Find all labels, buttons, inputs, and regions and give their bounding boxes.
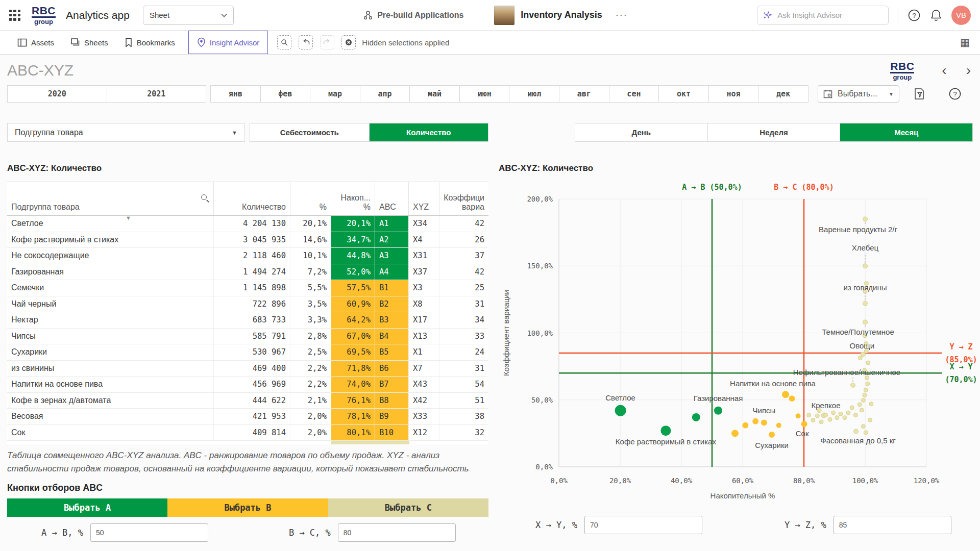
app-thumbnail[interactable]: [494, 6, 514, 25]
month-button-мар[interactable]: мар: [310, 86, 360, 102]
cell[interactable]: 683 733: [214, 312, 290, 328]
cell[interactable]: 2 118 460: [214, 248, 290, 264]
cell[interactable]: 20,1%: [331, 216, 375, 232]
user-avatar[interactable]: VB: [951, 6, 971, 25]
cell[interactable]: B10: [375, 425, 409, 441]
scatter-point-B[interactable]: [796, 413, 801, 418]
year-button-2021[interactable]: 2021: [107, 86, 206, 102]
cell[interactable]: 20,1%: [290, 216, 331, 232]
tab-bookmarks[interactable]: Bookmarks: [116, 31, 183, 54]
scatter-point-C[interactable]: [861, 424, 865, 429]
cell[interactable]: A1: [375, 216, 409, 232]
cell[interactable]: 42: [439, 216, 488, 232]
scatter-point-A[interactable]: [692, 413, 700, 421]
cell[interactable]: X43: [409, 377, 439, 392]
cell[interactable]: из свинины: [7, 361, 214, 377]
cell[interactable]: B2: [375, 296, 409, 312]
cell[interactable]: Чай черный: [7, 296, 214, 312]
cell[interactable]: 2,2%: [290, 377, 331, 392]
scatter-point-C[interactable]: [835, 416, 839, 420]
cell[interactable]: Чипсы: [7, 329, 214, 344]
cell[interactable]: Сухарики: [7, 344, 214, 360]
scatter-point-B[interactable]: [731, 430, 739, 437]
cell[interactable]: 80,1%: [331, 425, 375, 441]
cell[interactable]: B7: [375, 377, 409, 392]
cell[interactable]: 1 494 274: [214, 264, 290, 280]
cell[interactable]: X31: [409, 248, 439, 264]
cell[interactable]: 57,5%: [331, 280, 375, 296]
column-header-2[interactable]: %: [290, 182, 331, 215]
scatter-point-C[interactable]: [864, 431, 868, 435]
scatter-point-B[interactable]: [782, 391, 789, 398]
step-back-icon[interactable]: [299, 35, 313, 49]
cell[interactable]: Напитки на основе пива: [7, 377, 214, 392]
column-header-1[interactable]: Количество: [214, 182, 290, 215]
scatter-point-B[interactable]: [789, 395, 795, 402]
cell[interactable]: Весовая: [7, 409, 214, 424]
scatter-point-C[interactable]: [861, 398, 865, 403]
cell[interactable]: 76,1%: [331, 393, 375, 409]
cell[interactable]: 530 967: [214, 344, 290, 360]
scatter-point-B[interactable]: [769, 432, 775, 438]
cell[interactable]: 69,5%: [331, 344, 375, 360]
scatter-point-C[interactable]: [846, 411, 850, 415]
next-sheet-chevron-icon[interactable]: ›: [964, 63, 973, 78]
cell[interactable]: Кофе в зернах д/автомата: [7, 393, 214, 409]
cell[interactable]: Газированная: [7, 264, 214, 280]
cell[interactable]: Кофе растворимый в стиках: [7, 232, 214, 248]
current-app-name[interactable]: Inventory Analysis: [521, 10, 602, 20]
cell[interactable]: X33: [409, 409, 439, 424]
month-button-сен[interactable]: сен: [609, 86, 659, 102]
cell[interactable]: 33: [439, 329, 488, 344]
prebuild-applications-link[interactable]: Pre-build Applications: [363, 10, 463, 20]
abc-threshold-input[interactable]: [338, 523, 456, 542]
cell[interactable]: 1 145 898: [214, 280, 290, 296]
cell[interactable]: X13: [409, 329, 439, 344]
cell[interactable]: 34,7%: [331, 232, 375, 248]
scatter-point-B[interactable]: [742, 422, 748, 429]
cell[interactable]: 25: [439, 280, 488, 296]
column-header-5[interactable]: XYZ: [409, 182, 439, 215]
calendar-select-button[interactable]: Выбрать... ▼: [818, 85, 899, 103]
scatter-point-C[interactable]: [863, 264, 868, 268]
cell[interactable]: 78,1%: [331, 409, 375, 424]
cell[interactable]: 3 045 935: [214, 232, 290, 248]
scatter-point-C[interactable]: [863, 301, 868, 306]
cell[interactable]: Светлое: [7, 216, 214, 232]
search-input[interactable]: [777, 11, 883, 19]
cell[interactable]: 42: [439, 264, 488, 280]
cell[interactable]: X37: [409, 264, 439, 280]
column-header-0[interactable]: Подгруппа товара: [7, 182, 214, 215]
cell[interactable]: X17: [409, 312, 439, 328]
month-button-янв[interactable]: янв: [211, 86, 261, 102]
scatter-point-C[interactable]: [828, 417, 832, 421]
month-button-июл[interactable]: июл: [509, 86, 559, 102]
month-button-апр[interactable]: апр: [360, 86, 410, 102]
scatter-point-C[interactable]: [869, 402, 873, 406]
cell[interactable]: A4: [375, 264, 409, 280]
xyz-threshold-input[interactable]: [834, 516, 951, 534]
sheet-help-icon[interactable]: ?: [948, 87, 962, 101]
cell[interactable]: A3: [375, 248, 409, 264]
cell[interactable]: 444 622: [214, 393, 290, 409]
cell[interactable]: 10,1%: [290, 248, 331, 264]
cell[interactable]: X4: [409, 232, 439, 248]
scatter-point-B[interactable]: [752, 418, 758, 424]
period-option-Месяц[interactable]: Месяц: [840, 123, 972, 141]
cell[interactable]: 2,2%: [290, 361, 331, 377]
cell[interactable]: 2,1%: [290, 393, 331, 409]
cell[interactable]: 37: [439, 248, 488, 264]
cell[interactable]: B4: [375, 329, 409, 344]
scatter-point-C[interactable]: [854, 429, 859, 434]
cell[interactable]: 26: [439, 232, 488, 248]
cell[interactable]: X12: [409, 425, 439, 441]
cell[interactable]: 54: [439, 377, 488, 392]
cell[interactable]: 52,0%: [331, 264, 375, 280]
more-options-icon[interactable]: ···: [616, 10, 628, 20]
scatter-point-C[interactable]: [866, 382, 870, 386]
cell[interactable]: 4 204 130: [214, 216, 290, 232]
cell[interactable]: Не сокосодержащие: [7, 248, 214, 264]
smart-search-icon[interactable]: [277, 35, 291, 49]
scatter-point-B[interactable]: [761, 419, 767, 425]
cell[interactable]: B6: [375, 361, 409, 377]
